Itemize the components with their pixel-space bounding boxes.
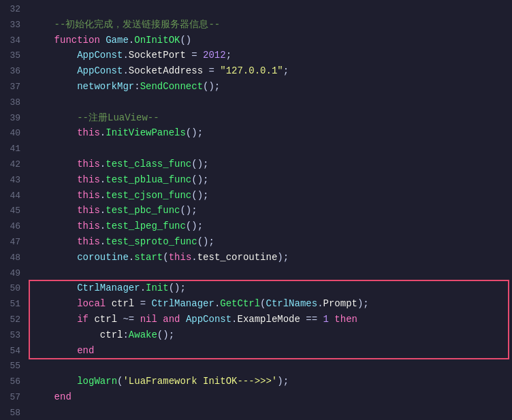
code-editor: 32 33 --初始化完成，发送链接服务器信息--34 function Gam… — [0, 0, 512, 420]
line-content: ctrl:Awake(); — [29, 327, 512, 342]
line-number: 58 — [0, 406, 29, 420]
code-line: 37 networkMgr:SendConnect(); — [0, 79, 512, 95]
code-line: 56 logWarn('LuaFramework InitOK--->>>'); — [0, 374, 512, 389]
code-line: 48 coroutine.start(this.test_coroutine); — [0, 250, 512, 265]
line-content — [29, 265, 512, 280]
line-number: 43 — [0, 174, 29, 188]
line-content: AppConst.SocketAddress = "127.0.0.1"; — [29, 63, 512, 78]
line-number: 41 — [0, 142, 29, 157]
code-line: 38 — [0, 95, 512, 110]
code-line: 52 if ctrl ~= nil and AppConst.ExampleMo… — [0, 312, 512, 327]
code-line: 40 this.InitViewPanels(); — [0, 125, 512, 141]
code-line: 33 --初始化完成，发送链接服务器信息-- — [0, 17, 512, 33]
code-line: 58 — [0, 405, 512, 420]
line-content: logWarn('LuaFramework InitOK--->>>'); — [29, 374, 512, 389]
line-content: coroutine.start(this.test_coroutine); — [29, 250, 512, 265]
line-number: 54 — [0, 344, 29, 359]
line-content: AppConst.SocketPort = 2012; — [29, 48, 512, 63]
code-line: 50 CtrlManager.Init(); — [0, 280, 512, 296]
line-content: this.test_class_func(); — [29, 157, 512, 172]
line-number: 50 — [0, 282, 29, 296]
line-number: 36 — [0, 65, 29, 79]
line-content — [29, 358, 512, 373]
line-content: end — [29, 343, 512, 358]
line-number: 32 — [0, 3, 29, 17]
code-line: 42 this.test_class_func(); — [0, 157, 512, 172]
line-content: networkMgr:SendConnect(); — [29, 79, 512, 94]
line-number: 39 — [0, 112, 29, 126]
line-content: if ctrl ~= nil and AppConst.ExampleMode … — [29, 312, 512, 327]
line-number: 53 — [0, 329, 29, 343]
line-number: 51 — [0, 297, 29, 312]
line-content: this.test_pblua_func(); — [29, 172, 512, 187]
line-number: 56 — [0, 375, 29, 389]
code-line: 36 AppConst.SocketAddress = "127.0.0.1"; — [0, 63, 512, 79]
line-number: 47 — [0, 236, 29, 250]
line-content: function Game.OnInitOK() — [29, 33, 512, 48]
code-line: 46 this.test_lpeg_func(); — [0, 219, 512, 234]
line-number: 55 — [0, 359, 29, 374]
line-content: this.test_sproto_func(); — [29, 234, 512, 249]
code-line: 57 end — [0, 389, 512, 405]
line-content: this.test_cjson_func(); — [29, 188, 512, 203]
line-content: --注册LuaView-- — [29, 110, 512, 125]
line-number: 52 — [0, 313, 29, 327]
line-content: this.test_lpeg_func(); — [29, 219, 512, 233]
line-number: 48 — [0, 251, 29, 265]
code-line: 45 this.test_pbc_func(); — [0, 203, 512, 219]
line-content — [29, 1, 512, 16]
code-line: 34 function Game.OnInitOK() — [0, 33, 512, 48]
line-content — [29, 405, 512, 420]
code-line: 53 ctrl:Awake(); — [0, 327, 512, 343]
line-content: --初始化完成，发送链接服务器信息-- — [29, 17, 512, 32]
line-number: 46 — [0, 220, 29, 234]
line-content — [29, 141, 512, 156]
code-line: 35 AppConst.SocketPort = 2012; — [0, 48, 512, 63]
line-number: 34 — [0, 34, 29, 48]
line-number: 49 — [0, 267, 29, 281]
code-line: 39 --注册LuaView-- — [0, 110, 512, 126]
line-number: 35 — [0, 49, 29, 63]
code-line: 54 end — [0, 343, 512, 359]
line-number: 33 — [0, 18, 29, 33]
line-content: end — [29, 389, 512, 404]
line-number: 37 — [0, 80, 29, 95]
line-number: 44 — [0, 189, 29, 204]
code-line: 49 — [0, 265, 512, 281]
line-content: this.test_pbc_func(); — [29, 203, 512, 218]
line-content: CtrlManager.Init(); — [29, 280, 512, 295]
code-line: 47 this.test_sproto_func(); — [0, 234, 512, 250]
line-number: 40 — [0, 127, 29, 141]
code-line: 32 — [0, 1, 512, 17]
line-number: 45 — [0, 204, 29, 219]
code-line: 44 this.test_cjson_func(); — [0, 188, 512, 204]
code-line: 51 local ctrl = CtrlManager.GetCtrl(Ctrl… — [0, 296, 512, 312]
line-number: 38 — [0, 96, 29, 110]
code-line: 43 this.test_pblua_func(); — [0, 172, 512, 188]
code-line: 55 — [0, 358, 512, 374]
line-number: 42 — [0, 158, 29, 172]
line-content: local ctrl = CtrlManager.GetCtrl(CtrlNam… — [29, 296, 512, 311]
line-content — [29, 95, 512, 110]
line-number: 57 — [0, 391, 29, 405]
code-line: 41 — [0, 141, 512, 157]
line-content: this.InitViewPanels(); — [29, 125, 512, 140]
